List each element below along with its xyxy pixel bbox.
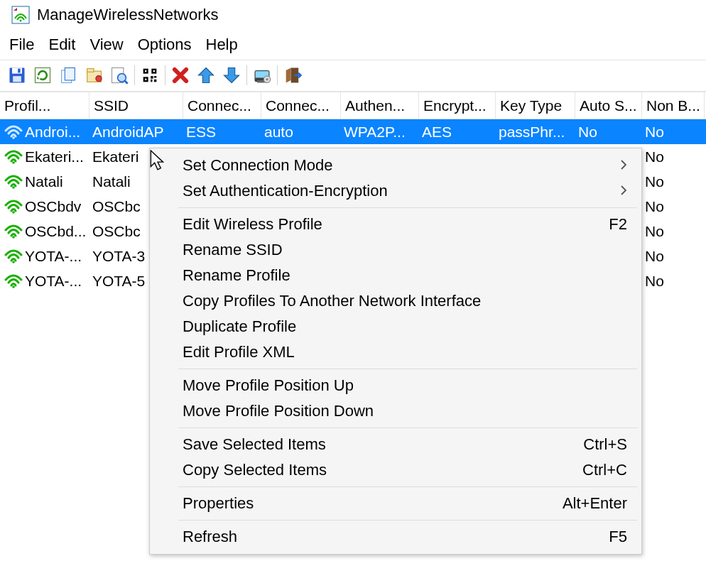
- cell-text: YOTA-...: [25, 273, 82, 290]
- svg-point-38: [12, 285, 15, 288]
- cell-nonb: No: [642, 194, 705, 219]
- column-header[interactable]: Auto S...: [575, 92, 642, 119]
- svg-point-34: [12, 186, 15, 189]
- cell-nonb: No: [642, 169, 705, 194]
- titlebar: ManageWirelessNetworks: [0, 0, 706, 30]
- chevron-right-icon: [620, 182, 627, 200]
- toolbar-exit-button[interactable]: [280, 62, 305, 88]
- cell-nonb: No: [642, 144, 705, 169]
- toolbar-copy-button[interactable]: [55, 62, 81, 88]
- svg-point-35: [12, 211, 15, 214]
- toolbar: [0, 60, 706, 92]
- toolbar-down-button[interactable]: [219, 62, 244, 88]
- cell-autos: No: [575, 119, 642, 144]
- wifi-icon: [4, 224, 23, 239]
- svg-rect-25: [154, 79, 157, 82]
- table-row[interactable]: Androi...AndroidAPESSautoWPA2P...AESpass…: [0, 119, 706, 144]
- cell-nonb: No: [642, 119, 705, 144]
- cell-text: OSCbd...: [25, 223, 86, 240]
- context-menu-label: Duplicate Profile: [183, 317, 296, 336]
- context-menu-item[interactable]: Save Selected ItemsCtrl+S: [151, 432, 640, 457]
- svg-rect-4: [13, 76, 21, 82]
- cell-profile: Natali: [0, 169, 89, 194]
- column-header[interactable]: Connec...: [261, 92, 341, 119]
- cell-profile: YOTA-...: [0, 244, 89, 268]
- context-menu-shortcut: Alt+Enter: [563, 494, 627, 513]
- menu-help[interactable]: Help: [200, 34, 244, 55]
- menu-view[interactable]: View: [83, 34, 129, 55]
- svg-point-11: [96, 75, 102, 81]
- svg-rect-22: [151, 76, 153, 79]
- svg-rect-23: [154, 76, 157, 77]
- context-menu-item[interactable]: Rename SSID: [151, 237, 640, 263]
- svg-rect-20: [153, 70, 155, 72]
- toolbar-refresh-button[interactable]: [30, 62, 55, 88]
- toolbar-up-button[interactable]: [193, 62, 219, 88]
- svg-point-32: [12, 136, 15, 139]
- cell-nonb: No: [642, 268, 705, 293]
- context-menu-item[interactable]: Move Profile Position Down: [151, 398, 640, 424]
- menu-edit[interactable]: Edit: [42, 34, 82, 55]
- column-headers: Profil...SSIDConnec...Connec...Authen...…: [0, 92, 706, 119]
- toolbar-save-button[interactable]: [4, 62, 30, 88]
- context-menu-item[interactable]: PropertiesAlt+Enter: [151, 491, 640, 516]
- up-icon: [196, 65, 216, 85]
- toolbar-delete-button[interactable]: [168, 62, 193, 88]
- column-header[interactable]: Profil...: [0, 92, 89, 119]
- column-header[interactable]: Connec...: [183, 92, 261, 119]
- svg-rect-24: [151, 79, 152, 82]
- column-header[interactable]: Key Type: [496, 92, 575, 119]
- toolbar-qr-button[interactable]: [137, 62, 163, 88]
- cell-text: YOTA-...: [25, 248, 82, 265]
- context-menu-item[interactable]: Edit Profile XML: [151, 339, 640, 365]
- svg-point-33: [12, 161, 15, 164]
- context-menu-shortcut: F2: [609, 215, 627, 234]
- context-menu-label: Edit Wireless Profile: [183, 215, 322, 234]
- context-menu-item[interactable]: Rename Profile: [151, 263, 640, 288]
- menu-file[interactable]: File: [3, 34, 40, 55]
- properties-icon: [84, 65, 104, 85]
- delete-icon: [170, 65, 190, 85]
- copy-icon: [58, 65, 78, 85]
- toolbar-find-button[interactable]: [107, 62, 132, 88]
- wifi-icon: [4, 249, 23, 263]
- context-menu-item[interactable]: Copy Profiles To Another Network Interfa…: [151, 288, 640, 314]
- context-menu-label: Move Profile Position Up: [183, 376, 354, 395]
- cell-nonb: No: [642, 244, 705, 268]
- toolbar-properties-button[interactable]: [81, 62, 107, 88]
- context-menu-shortcut: F5: [609, 528, 627, 546]
- wifi-icon: [4, 150, 23, 164]
- cell-text: Ekateri...: [25, 148, 84, 165]
- toolbar-options-button[interactable]: [249, 62, 275, 88]
- wifi-icon: [4, 125, 23, 139]
- context-menu-label: Rename SSID: [183, 241, 283, 259]
- column-header[interactable]: Non B...: [642, 92, 705, 119]
- svg-line-14: [124, 80, 128, 84]
- menu-options[interactable]: Options: [131, 34, 198, 55]
- context-menu-item[interactable]: Edit Wireless ProfileF2: [151, 212, 640, 237]
- column-header[interactable]: Authen...: [341, 92, 419, 119]
- context-menu-label: Copy Selected Items: [183, 461, 327, 479]
- context-menu-item[interactable]: Copy Selected ItemsCtrl+C: [151, 457, 640, 483]
- exit-icon: [283, 65, 303, 85]
- svg-rect-8: [65, 67, 75, 80]
- refresh-icon: [33, 65, 53, 85]
- context-menu-label: Edit Profile XML: [183, 343, 295, 361]
- wifi-icon: [4, 175, 23, 189]
- context-menu[interactable]: Set Connection ModeSet Authentication-En…: [149, 148, 642, 555]
- context-menu-item[interactable]: Move Profile Position Up: [151, 373, 640, 398]
- cell-profile: OSCbd...: [0, 219, 89, 244]
- cell-profile: OSCbdv: [0, 194, 89, 219]
- svg-rect-6: [36, 67, 50, 82]
- context-menu-item[interactable]: Set Authentication-Encryption: [151, 178, 640, 204]
- context-menu-item[interactable]: RefreshF5: [151, 524, 640, 550]
- column-header[interactable]: SSID: [89, 92, 183, 119]
- chevron-right-icon: [620, 156, 627, 175]
- context-menu-separator: [178, 520, 637, 521]
- context-menu-separator: [178, 428, 637, 428]
- find-icon: [109, 65, 129, 85]
- column-header[interactable]: Encrypt...: [419, 92, 496, 119]
- context-menu-item[interactable]: Duplicate Profile: [151, 314, 640, 339]
- context-menu-item[interactable]: Set Connection Mode: [151, 153, 640, 178]
- toolbar-separator: [134, 65, 135, 85]
